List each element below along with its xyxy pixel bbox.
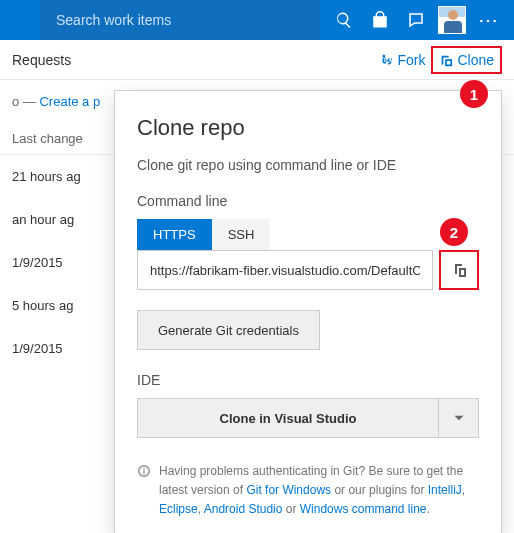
command-line-label: Command line — [137, 193, 479, 209]
info-icon — [137, 464, 151, 478]
copy-icon — [451, 262, 467, 278]
tab-ssh[interactable]: SSH — [212, 219, 271, 250]
clone-button[interactable]: Clone — [431, 46, 502, 74]
link-android-studio[interactable]: Android Studio — [204, 502, 283, 516]
search-icon[interactable] — [326, 0, 362, 40]
link-eclipse[interactable]: Eclipse — [159, 502, 198, 516]
link-intellij[interactable]: IntelliJ — [428, 483, 462, 497]
avatar[interactable] — [438, 6, 466, 34]
link-git-windows[interactable]: Git for Windows — [246, 483, 331, 497]
clone-url-input[interactable] — [137, 250, 433, 290]
tab-https[interactable]: HTTPS — [137, 219, 212, 250]
callout-2: 2 — [440, 218, 468, 246]
breadcrumb-link[interactable]: Create a p — [39, 94, 100, 109]
ide-label: IDE — [137, 372, 479, 388]
search-input[interactable]: Search work items — [40, 0, 320, 40]
copy-button[interactable] — [439, 250, 479, 290]
clone-popup: Clone repo Clone git repo using command … — [114, 90, 502, 533]
help-text: Having problems authenticating in Git? B… — [137, 462, 479, 520]
clone-label: Clone — [457, 52, 494, 68]
feedback-icon[interactable] — [398, 0, 434, 40]
callout-1: 1 — [460, 80, 488, 108]
generate-credentials-button[interactable]: Generate Git credentials — [137, 310, 320, 350]
more-icon[interactable]: ⋯ — [470, 8, 506, 32]
clone-ide-button[interactable]: Clone in Visual Studio — [137, 398, 439, 438]
page-title: Requests — [12, 52, 71, 68]
popup-subtitle: Clone git repo using command line or IDE — [137, 157, 479, 173]
link-win-cmd[interactable]: Windows command line — [300, 502, 427, 516]
popup-title: Clone repo — [137, 115, 479, 141]
fork-button[interactable]: Fork — [373, 48, 431, 72]
search-placeholder: Search work items — [56, 12, 171, 28]
ide-dropdown[interactable] — [439, 398, 479, 438]
shopping-bag-icon[interactable] — [362, 0, 398, 40]
chevron-down-icon — [453, 412, 465, 424]
fork-label: Fork — [397, 52, 425, 68]
